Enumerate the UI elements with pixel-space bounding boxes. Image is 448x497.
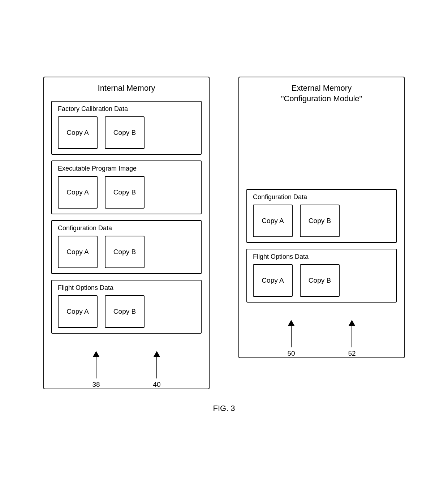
- factory-cal-section: Factory Calibration Data Copy A Copy B: [51, 101, 202, 155]
- arrow-52-shaft: [352, 326, 353, 347]
- flight-opts-copy-b: Copy B: [105, 295, 145, 328]
- ext-flight-opts-copy-a: Copy A: [253, 264, 293, 297]
- external-memory-block: External Memory "Configuration Module" C…: [238, 77, 405, 358]
- right-arrows-row: 50 52: [246, 320, 397, 357]
- arrow-40-head: [154, 351, 160, 357]
- config-data-title: Configuration Data: [58, 224, 112, 232]
- exec-prog-copies: Copy A Copy B: [58, 176, 145, 209]
- factory-cal-copy-b: Copy B: [105, 116, 145, 149]
- exec-prog-copy-a: Copy A: [58, 176, 98, 209]
- arrow-52: 52: [348, 320, 356, 357]
- flight-opts-copies: Copy A Copy B: [58, 295, 145, 328]
- arrow-38: 38: [92, 351, 100, 389]
- arrow-38-label: 38: [92, 381, 100, 389]
- arrow-40-label: 40: [153, 381, 160, 389]
- right-memory-spacer: [246, 111, 397, 183]
- arrow-50-head: [288, 320, 294, 326]
- factory-cal-copy-a: Copy A: [58, 116, 98, 149]
- right-memory-bottom-pad: [246, 308, 397, 313]
- left-arrows-row: 38 40: [51, 351, 202, 389]
- config-data-copy-b: Copy B: [105, 236, 145, 268]
- factory-cal-title: Factory Calibration Data: [58, 105, 128, 113]
- ext-flight-opts-section: Flight Options Data Copy A Copy B: [246, 249, 397, 303]
- arrow-38-shaft: [96, 357, 97, 378]
- arrow-52-label: 52: [348, 350, 356, 357]
- exec-prog-title: Executable Program Image: [58, 165, 137, 172]
- ext-flight-opts-copies: Copy A Copy B: [253, 264, 340, 297]
- figure-label: FIG. 3: [213, 404, 235, 413]
- flight-opts-section: Flight Options Data Copy A Copy B: [51, 280, 202, 334]
- ext-config-data-copy-b: Copy B: [300, 205, 340, 237]
- config-data-copies: Copy A Copy B: [58, 236, 145, 268]
- arrow-50-label: 50: [287, 350, 295, 357]
- flight-opts-title: Flight Options Data: [58, 284, 113, 292]
- ext-flight-opts-title: Flight Options Data: [253, 253, 309, 261]
- exec-prog-copy-b: Copy B: [105, 176, 145, 209]
- ext-flight-opts-copy-b: Copy B: [300, 264, 340, 297]
- config-data-section: Configuration Data Copy A Copy B: [51, 220, 202, 274]
- diagram-container: Internal Memory Factory Calibration Data…: [22, 77, 426, 389]
- arrow-52-head: [349, 320, 355, 326]
- config-data-copy-a: Copy A: [58, 236, 98, 268]
- left-memory-bottom-pad: [51, 339, 202, 344]
- internal-memory-block: Internal Memory Factory Calibration Data…: [43, 77, 210, 389]
- flight-opts-copy-a: Copy A: [58, 295, 98, 328]
- external-memory-title: External Memory "Configuration Module": [281, 83, 362, 104]
- ext-config-data-title: Configuration Data: [253, 193, 307, 201]
- factory-cal-copies: Copy A Copy B: [58, 116, 145, 149]
- ext-config-data-section: Configuration Data Copy A Copy B: [246, 189, 397, 243]
- arrow-38-head: [93, 351, 99, 357]
- internal-memory-title: Internal Memory: [98, 83, 155, 94]
- arrow-40: 40: [153, 351, 160, 389]
- arrow-50: 50: [287, 320, 295, 357]
- ext-config-data-copy-a: Copy A: [253, 205, 293, 237]
- exec-prog-section: Executable Program Image Copy A Copy B: [51, 160, 202, 214]
- ext-config-data-copies: Copy A Copy B: [253, 205, 340, 237]
- arrow-40-shaft: [156, 357, 158, 378]
- arrow-50-shaft: [291, 326, 292, 347]
